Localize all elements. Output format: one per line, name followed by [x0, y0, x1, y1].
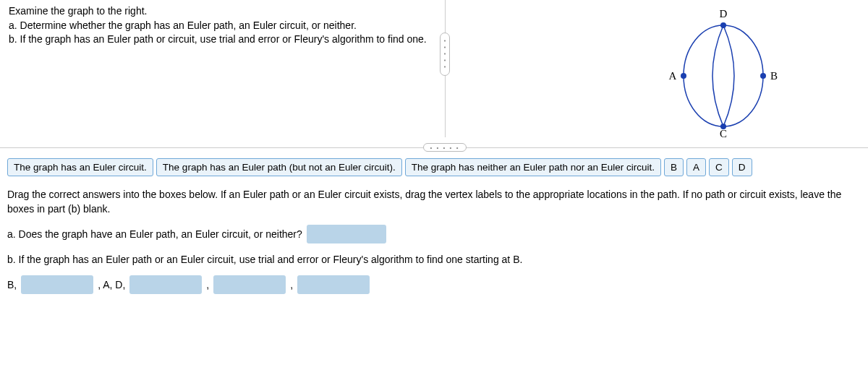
dots-icon: • • • • •: [442, 40, 448, 69]
question-b-row: b. If the graph has an Euler path or an …: [0, 246, 868, 268]
drop-zone-a[interactable]: [307, 225, 386, 243]
tile-neither[interactable]: The graph has neither an Euler path nor …: [405, 158, 661, 176]
vertical-resize-handle[interactable]: • • • • •: [440, 33, 450, 76]
problem-top-section: Examine the graph to the right. a. Deter…: [0, 0, 868, 145]
answer-b-sep1: ,: [206, 279, 209, 290]
tile-vertex-a[interactable]: A: [686, 158, 706, 176]
horizontal-divider: • • • • •: [0, 147, 868, 148]
drop-zone-b4[interactable]: [297, 275, 370, 294]
dots-icon: • • • • •: [430, 145, 460, 151]
answer-b-row: B, , A, D, , ,: [0, 268, 868, 297]
inner-right-edge: [723, 25, 734, 126]
prompt-part-b: b. If the graph has an Euler path or cir…: [9, 33, 427, 45]
drag-instructions: Drag the correct answers into the boxes …: [0, 182, 868, 217]
node-b: [760, 73, 766, 79]
label-c: C: [720, 128, 727, 137]
answer-b-mid: , A, D,: [98, 279, 125, 290]
answer-b-prefix: B,: [7, 279, 17, 290]
outer-ellipse-edge: [684, 25, 763, 126]
prompt-text: Examine the graph to the right. a. Deter…: [9, 4, 428, 140]
question-b-text: b. If the graph has an Euler path or an …: [7, 254, 522, 265]
tile-vertex-c[interactable]: C: [709, 158, 729, 176]
label-b: B: [770, 70, 778, 82]
tile-vertex-d[interactable]: D: [732, 158, 752, 176]
drop-zone-b3[interactable]: [213, 275, 286, 294]
graph-figure: D A B C: [644, 7, 803, 137]
answer-b-sep2: ,: [290, 279, 293, 290]
label-a: A: [669, 70, 677, 82]
node-a: [681, 73, 686, 79]
drop-zone-b2[interactable]: [129, 275, 202, 294]
tile-euler-circuit[interactable]: The graph has an Euler circuit.: [7, 158, 153, 176]
prompt-intro: Examine the graph to the right.: [9, 5, 147, 17]
tile-vertex-b[interactable]: B: [664, 158, 684, 176]
drop-zone-b1[interactable]: [21, 275, 93, 294]
tile-euler-path[interactable]: The graph has an Euler path (but not an …: [156, 158, 402, 176]
question-a-text: a. Does the graph have an Euler path, an…: [7, 228, 302, 240]
graph-svg: D A B C: [644, 7, 803, 137]
label-d: D: [720, 8, 728, 20]
drag-item-pool: The graph has an Euler circuit. The grap…: [0, 148, 868, 182]
inner-left-edge: [712, 25, 723, 126]
node-d: [720, 22, 726, 28]
horizontal-resize-handle[interactable]: • • • • •: [423, 143, 467, 152]
question-a-row: a. Does the graph have an Euler path, an…: [0, 217, 868, 246]
prompt-part-a: a. Determine whether the graph has an Eu…: [9, 20, 357, 31]
